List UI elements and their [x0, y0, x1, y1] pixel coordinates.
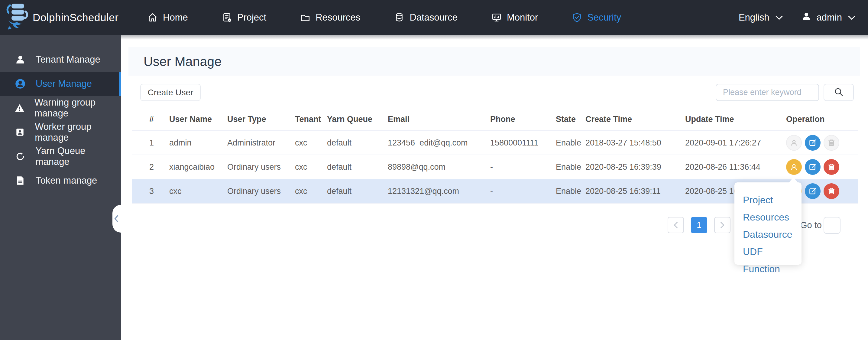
nav-item-security[interactable]: Security	[572, 12, 621, 23]
project-icon	[222, 12, 232, 23]
sidebar-item-user-manage[interactable]: User Manage	[0, 72, 121, 96]
sidebar-item-warning-group-manage[interactable]: Warning group manage	[0, 96, 121, 120]
user-menu[interactable]: admin	[802, 11, 856, 24]
sidebar-item-label: Worker group manage	[35, 121, 121, 143]
dolphin-logo-icon	[5, 2, 29, 33]
delete-button[interactable]	[824, 159, 839, 175]
cell-state: Enable	[556, 138, 585, 148]
nav-item-label: Resources	[315, 12, 360, 23]
pagination-page-1[interactable]: 1	[691, 217, 707, 233]
col-header-create-time: Create Time	[585, 115, 685, 124]
recycle-icon	[14, 151, 26, 162]
authorize-button	[786, 135, 802, 151]
pagination-next-button[interactable]	[714, 217, 731, 233]
cell-phone: -	[490, 163, 556, 172]
nav-item-resources[interactable]: Resources	[300, 12, 360, 23]
popup-item-datasource[interactable]: Datasource	[743, 226, 802, 243]
table-header-row: # User Name User Type Tenant Yarn Queue …	[132, 108, 858, 131]
nav-item-label: Monitor	[507, 12, 538, 23]
cell-user-type: Administrator	[227, 138, 295, 148]
nav-item-home[interactable]: Home	[148, 12, 188, 23]
warning-icon	[14, 103, 25, 113]
popup-item-project[interactable]: Project	[743, 192, 802, 209]
user-circle-icon	[14, 78, 26, 89]
language-selector[interactable]: English	[739, 12, 783, 23]
search-input[interactable]	[716, 84, 819, 101]
nav-item-datasource[interactable]: Datasource	[394, 12, 458, 23]
cell-phone: 15800001111	[490, 138, 556, 148]
sidebar-item-label: Yarn Queue manage	[36, 145, 121, 167]
cell-phone: -	[490, 187, 556, 196]
cell-update-time: 2020-09-01 17:26:27	[685, 138, 786, 148]
col-header-state: State	[556, 115, 585, 124]
brand-name: DolphinScheduler	[33, 11, 119, 24]
chevron-down-icon	[775, 12, 783, 23]
cell-yarn-queue: default	[327, 138, 388, 148]
nav-item-label: Datasource	[409, 12, 458, 23]
table-row[interactable]: 1 admin Administrator cxc default 123456…	[132, 131, 858, 155]
cell-tenant: cxc	[295, 138, 327, 148]
popup-item-resources[interactable]: Resources	[743, 209, 802, 226]
nav-item-label: Project	[237, 12, 266, 23]
pagination-prev-button[interactable]	[668, 217, 684, 233]
delete-button[interactable]	[824, 183, 839, 199]
page-header: User Manage	[128, 47, 860, 76]
sidebar-item-label: Tenant Manage	[36, 54, 100, 65]
sidebar-item-worker-group-manage[interactable]: Worker group manage	[0, 120, 121, 144]
col-header-index: #	[149, 115, 169, 124]
goto-page-input[interactable]	[824, 217, 840, 234]
edit-button[interactable]	[805, 159, 820, 175]
sidebar-item-label: Warning group manage	[34, 97, 121, 119]
col-header-user-type: User Type	[227, 115, 295, 124]
cell-state: Enable	[556, 187, 585, 196]
col-header-yarn-queue: Yarn Queue	[327, 115, 388, 124]
table-row[interactable]: 2 xiangcaibiao Ordinary users cxc defaul…	[132, 155, 858, 179]
app-logo: DolphinScheduler	[5, 2, 119, 33]
col-header-email: Email	[388, 115, 490, 124]
col-header-tenant: Tenant	[295, 115, 327, 124]
search-icon	[833, 86, 844, 98]
nav-right: English admin	[739, 0, 856, 35]
nav-item-label: Security	[587, 12, 621, 23]
cell-user-type: Ordinary users	[227, 187, 295, 196]
person-icon	[14, 54, 26, 65]
cell-email: 89898@qq.com	[388, 163, 490, 172]
cell-create-time: 2020-08-25 16:39:39	[585, 163, 685, 172]
cell-tenant: cxc	[295, 187, 327, 196]
nav-item-project[interactable]: Project	[222, 12, 266, 23]
edit-button[interactable]	[805, 135, 820, 151]
home-icon	[148, 12, 158, 23]
sidebar-collapse-handle[interactable]	[113, 205, 121, 233]
search-button[interactable]	[824, 84, 854, 101]
security-sidebar: Tenant Manage User Manage Warning group …	[0, 35, 121, 340]
user-icon	[802, 11, 811, 24]
cell-create-time: 2020-08-25 16:39:11	[585, 187, 685, 196]
cell-update-time: 2020-08-26 11:36:44	[685, 163, 786, 172]
popup-item-udf-function[interactable]: UDF Function	[743, 243, 802, 260]
col-header-operation: Operation	[786, 115, 858, 124]
nav-item-monitor[interactable]: Monitor	[491, 12, 538, 23]
create-user-button[interactable]: Create User	[140, 84, 201, 101]
cell-email: 12131321@qq.com	[388, 187, 490, 196]
id-card-icon	[14, 127, 25, 137]
authorize-button[interactable]	[786, 159, 802, 175]
resources-icon	[300, 12, 310, 23]
chevron-down-icon	[847, 12, 856, 23]
edit-button[interactable]	[805, 183, 820, 199]
col-header-user-name: User Name	[169, 115, 227, 124]
sidebar-item-tenant-manage[interactable]: Tenant Manage	[0, 48, 121, 72]
sidebar-item-token-manage[interactable]: Token manage	[0, 169, 121, 193]
delete-button	[824, 135, 839, 151]
cell-user-name: cxc	[169, 187, 227, 196]
datasource-icon	[394, 12, 404, 23]
cell-index: 1	[149, 138, 169, 148]
cell-index: 3	[149, 187, 169, 196]
nav-item-label: Home	[163, 12, 188, 23]
sidebar-item-yarn-queue-manage[interactable]: Yarn Queue manage	[0, 144, 121, 169]
top-navbar: DolphinScheduler Home Project R	[0, 0, 868, 35]
cell-yarn-queue: default	[327, 187, 388, 196]
cell-yarn-queue: default	[327, 163, 388, 172]
cell-user-name: admin	[169, 138, 227, 148]
cell-user-name: xiangcaibiao	[169, 163, 227, 172]
goto-page-label: Go to	[800, 217, 822, 233]
